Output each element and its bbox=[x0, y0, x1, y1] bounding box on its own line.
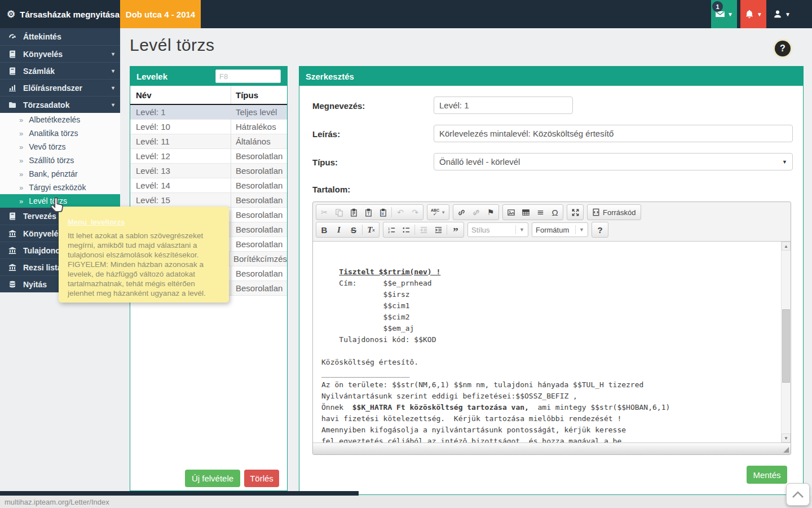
sidebar-item-el-r-srendszer[interactable]: Előírásrendszer▾ bbox=[0, 79, 120, 96]
scroll-to-top-button[interactable] bbox=[786, 483, 810, 506]
source-code-button[interactable]: Forráskód bbox=[587, 204, 641, 220]
scrollbar-thumb[interactable] bbox=[782, 309, 790, 383]
sidebar-item-k-nyvel-s[interactable]: Könyvelés▾ bbox=[0, 45, 120, 62]
delete-letter-button[interactable]: Törlés bbox=[244, 470, 279, 487]
undo-button[interactable]: ↶ bbox=[393, 205, 408, 219]
paste-button[interactable] bbox=[346, 205, 361, 219]
blockquote-button[interactable]: ” bbox=[448, 223, 463, 237]
chevron-down-icon: ▼ bbox=[785, 11, 791, 17]
active-house-tab[interactable]: Dob utca 4 - 2014 bbox=[120, 0, 201, 28]
table-row[interactable]: Levél: 13Besorolatlan bbox=[130, 164, 287, 178]
letter-type-cell: Besorolatlan bbox=[231, 193, 287, 207]
svg-text:2: 2 bbox=[387, 230, 390, 234]
maximize-button[interactable] bbox=[568, 205, 582, 219]
paste-as-text-button[interactable]: T bbox=[361, 205, 376, 219]
paste-from-word-button[interactable]: W bbox=[376, 205, 390, 219]
editor-line: $$irsz bbox=[321, 289, 774, 300]
letter-type-cell: Besorolatlan bbox=[231, 178, 287, 192]
save-button[interactable]: Mentés bbox=[747, 466, 787, 484]
insert-table-button[interactable] bbox=[518, 205, 533, 219]
sidebar-subitem-label: Bank, pénztár bbox=[29, 169, 77, 178]
format-dropdown[interactable]: Formátum ▼ bbox=[532, 222, 588, 237]
table-row[interactable]: Levél: 11Általános bbox=[130, 134, 287, 149]
double-chevron-icon: » bbox=[19, 170, 23, 178]
numbered-list-button[interactable]: 12 bbox=[384, 223, 399, 237]
active-house-tab-label: Dob utca 4 - 2014 bbox=[126, 10, 195, 19]
special-char-button[interactable]: Ω bbox=[548, 205, 562, 219]
scroll-down-arrow[interactable]: ▼ bbox=[782, 433, 791, 443]
sidebar-item-sz-ml-k[interactable]: Számlák▾ bbox=[0, 62, 120, 79]
sidebar-subitem-sz-ll-t-t-rzs[interactable]: »Szállító törzs bbox=[0, 154, 120, 167]
format-dropdown-value: Formátum bbox=[536, 226, 571, 234]
bullet-list-button[interactable] bbox=[399, 223, 413, 237]
link-button[interactable] bbox=[454, 205, 469, 219]
name-input[interactable] bbox=[434, 97, 573, 114]
table-row[interactable]: Levél: 15Besorolatlan bbox=[130, 193, 287, 208]
table-row[interactable]: Levél: 10Hátralékos bbox=[130, 120, 287, 134]
folder-icon bbox=[8, 100, 17, 110]
new-letter-button[interactable]: Új felvétele bbox=[185, 470, 240, 487]
tooltip-body: Itt lehet azokat a sablon szövegrészeket… bbox=[68, 231, 220, 298]
decrease-indent-button[interactable] bbox=[416, 223, 431, 237]
app-brand[interactable]: ⚙ Társasházak megnyitása bbox=[0, 0, 120, 28]
notifications-button[interactable]: ▼ bbox=[740, 0, 766, 28]
anchor-flag-button[interactable]: ⚑ bbox=[483, 205, 498, 219]
content-label: Tartalom: bbox=[312, 185, 350, 194]
editor-line: $$cim2 bbox=[321, 312, 774, 323]
table-row[interactable]: Levél: 1Teljes levél bbox=[130, 105, 287, 120]
editor-line: Cím: $$e_prnhead bbox=[321, 278, 774, 289]
scroll-up-arrow[interactable]: ▲ bbox=[782, 242, 791, 251]
sidebar-item-label: Törzsadatok bbox=[23, 100, 106, 110]
double-chevron-icon: » bbox=[19, 143, 23, 151]
editor-content-area[interactable]: Tisztelt $$rtrim(nev) ! Cím: $$e_prnhead… bbox=[313, 241, 791, 443]
table-row[interactable]: Levél: 12Besorolatlan bbox=[130, 149, 287, 164]
description-input[interactable] bbox=[434, 125, 793, 142]
bell-icon bbox=[744, 9, 754, 19]
sidebar-subitem-vev-t-rzs[interactable]: »Vevő törzs bbox=[0, 140, 120, 154]
insert-image-button[interactable] bbox=[504, 205, 518, 219]
redo-button[interactable]: ↷ bbox=[408, 205, 422, 219]
top-navbar: ⚙ Társasházak megnyitása Dob utca 4 - 20… bbox=[0, 0, 812, 28]
editor-line: Közösköltség értesítô. bbox=[321, 357, 774, 368]
unlink-button[interactable] bbox=[469, 205, 483, 219]
type-select[interactable]: Önálló levél - körlevél ▼ bbox=[434, 153, 793, 170]
letters-search-input[interactable] bbox=[215, 69, 281, 83]
help-button[interactable]: ? bbox=[775, 41, 791, 56]
sidebar-subitem-bank-p-nzt-r[interactable]: »Bank, pénztár bbox=[0, 167, 120, 181]
editor-resize-handle[interactable] bbox=[783, 447, 789, 453]
name-label: Megnevezés: bbox=[312, 101, 365, 111]
editor-about-button[interactable]: ? bbox=[593, 223, 607, 237]
messages-count-badge: 1 bbox=[712, 1, 723, 12]
bold-button[interactable]: B bbox=[317, 223, 332, 237]
chevron-down-icon: ▼ bbox=[727, 11, 733, 17]
editor-bottom-bar bbox=[313, 443, 791, 454]
double-chevron-icon: » bbox=[19, 129, 23, 138]
style-dropdown-value: Stílus bbox=[471, 226, 511, 234]
sidebar-subitem-albet-tkezel-s[interactable]: »Albetétkezelés bbox=[0, 113, 120, 126]
horizontal-line-button[interactable] bbox=[533, 205, 548, 219]
remove-format-button[interactable]: Tx bbox=[364, 223, 378, 237]
sidebar-item--ttekint-s[interactable]: Áttekintés bbox=[0, 28, 120, 45]
letter-type-cell: Besorolatlan bbox=[231, 208, 287, 222]
menu-tooltip: Menu_leveltorzs Itt lehet azokat a sablo… bbox=[59, 207, 229, 303]
gears-icon: ⚙ bbox=[7, 8, 15, 20]
messages-button[interactable]: 1 ▼ bbox=[711, 0, 737, 28]
cut-button[interactable]: ✂ bbox=[317, 205, 332, 219]
italic-button[interactable]: I bbox=[332, 223, 346, 237]
svg-text:T: T bbox=[367, 211, 370, 216]
increase-indent-button[interactable] bbox=[431, 223, 445, 237]
style-dropdown[interactable]: Stílus ▼ bbox=[467, 222, 528, 237]
copy-button[interactable] bbox=[332, 205, 346, 219]
editor-line: Tisztelt $$rtrim(nev) ! bbox=[321, 266, 774, 278]
strikethrough-button[interactable]: S bbox=[346, 223, 361, 237]
user-menu-button[interactable]: ▼ bbox=[767, 0, 796, 28]
sidebar-subitem-t-rgyi-eszk-z-k[interactable]: »Tárgyi eszközök bbox=[0, 181, 120, 194]
spellcheck-button[interactable]: ABC ✓ ▼ bbox=[428, 205, 448, 219]
sidebar-item-t-rzsadatok[interactable]: Törzsadatok▾ bbox=[0, 96, 120, 113]
database-icon bbox=[8, 280, 17, 289]
table-row[interactable]: Levél: 14Besorolatlan bbox=[130, 178, 287, 193]
letter-type-cell: Besorolatlan bbox=[231, 266, 287, 281]
sidebar-subitem-analitika-t-rzs[interactable]: »Analitika törzs bbox=[0, 126, 120, 140]
question-mark-icon: ? bbox=[780, 43, 785, 54]
chevron-down-icon: ▼ bbox=[757, 11, 762, 17]
